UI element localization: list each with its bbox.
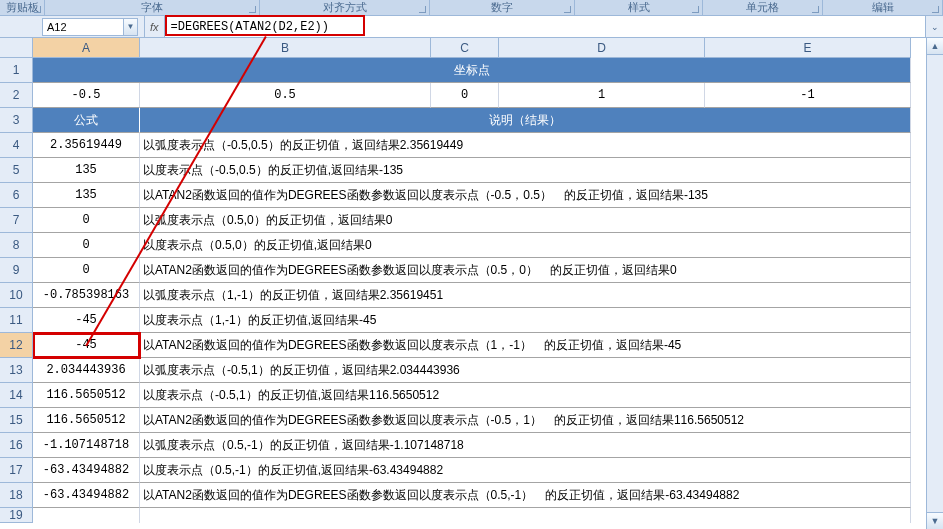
formula-bar-row: A12 ▼ fx ⌄ xyxy=(0,16,943,38)
scroll-down-button[interactable]: ▼ xyxy=(927,512,943,529)
cell-e2[interactable]: -1 xyxy=(705,83,911,108)
cell-a4[interactable]: 2.35619449 xyxy=(33,133,140,158)
cell-b15[interactable]: 以ATAN2函数返回的值作为DEGREES函数参数返回以度表示点（-0.5，1）… xyxy=(140,408,911,433)
cell-a19[interactable] xyxy=(33,508,140,523)
row-header-13[interactable]: 13 xyxy=(0,358,33,383)
cell-b11[interactable]: 以度表示点（1,-1）的反正切值,返回结果-45 xyxy=(140,308,911,333)
name-box[interactable]: A12 xyxy=(42,18,124,36)
cell-b8[interactable]: 以度表示点（0.5,0）的反正切值,返回结果0 xyxy=(140,233,911,258)
cell-b3-merged[interactable]: 说明（结果） xyxy=(140,108,911,133)
ribbon-group-alignment[interactable]: 对齐方式 xyxy=(260,0,430,15)
ribbon-group-clipboard[interactable]: 剪贴板 xyxy=(0,0,45,15)
row-header-15[interactable]: 15 xyxy=(0,408,33,433)
row-header-8[interactable]: 8 xyxy=(0,233,33,258)
cell-b16[interactable]: 以弧度表示点（0.5,-1）的反正切值，返回结果-1.107148718 xyxy=(140,433,911,458)
cell-b5[interactable]: 以度表示点（-0.5,0.5）的反正切值,返回结果-135 xyxy=(140,158,911,183)
cell-b2[interactable]: 0.5 xyxy=(140,83,431,108)
cell-b7[interactable]: 以弧度表示点（0.5,0）的反正切值，返回结果0 xyxy=(140,208,911,233)
cell-a10[interactable]: -0.785398163 xyxy=(33,283,140,308)
col-header-d[interactable]: D xyxy=(499,38,705,58)
cell-a12[interactable]: -45 xyxy=(33,333,140,358)
column-headers: A B C D E xyxy=(33,38,926,58)
cell-b10[interactable]: 以弧度表示点（1,-1）的反正切值，返回结果2.35619451 xyxy=(140,283,911,308)
row-header-6[interactable]: 6 xyxy=(0,183,33,208)
col-header-a[interactable]: A xyxy=(33,38,140,58)
cell-a11[interactable]: -45 xyxy=(33,308,140,333)
cell-b19[interactable] xyxy=(140,508,911,523)
row-header-3[interactable]: 3 xyxy=(0,108,33,133)
row-header-19[interactable]: 19 xyxy=(0,508,33,523)
cell-a17[interactable]: -63.43494882 xyxy=(33,458,140,483)
cell-b14[interactable]: 以度表示点（-0.5,1）的反正切值,返回结果116.5650512 xyxy=(140,383,911,408)
worksheet-area: 1 2 3 4 5 6 7 8 9 10 11 12 13 14 15 16 1… xyxy=(0,38,943,529)
cell-b9[interactable]: 以ATAN2函数返回的值作为DEGREES函数参数返回以度表示点（0.5，0） … xyxy=(140,258,911,283)
ribbon-group-editing[interactable]: 编辑 xyxy=(823,0,943,15)
name-box-area: A12 ▼ xyxy=(0,16,145,37)
ribbon-group-number[interactable]: 数字 xyxy=(430,0,575,15)
col-header-b[interactable]: B xyxy=(140,38,431,58)
row-header-16[interactable]: 16 xyxy=(0,433,33,458)
formula-bar-expand[interactable]: ⌄ xyxy=(925,16,943,37)
row-header-1[interactable]: 1 xyxy=(0,58,33,83)
row-header-14[interactable]: 14 xyxy=(0,383,33,408)
cell-b17[interactable]: 以度表示点（0.5,-1）的反正切值,返回结果-63.43494882 xyxy=(140,458,911,483)
vertical-scrollbar[interactable]: ▲ ▼ xyxy=(926,38,943,529)
cell-a18[interactable]: -63.43494882 xyxy=(33,483,140,508)
cell-b18[interactable]: 以ATAN2函数返回的值作为DEGREES函数参数返回以度表示点（0.5,-1）… xyxy=(140,483,911,508)
scroll-track[interactable] xyxy=(927,55,943,512)
cell-b4[interactable]: 以弧度表示点（-0.5,0.5）的反正切值，返回结果2.35619449 xyxy=(140,133,911,158)
ribbon-group-labels: 剪贴板 字体 对齐方式 数字 样式 单元格 编辑 xyxy=(0,0,943,16)
formula-input[interactable] xyxy=(165,16,925,37)
cell-a15[interactable]: 116.5650512 xyxy=(33,408,140,433)
fx-icon[interactable]: fx xyxy=(150,21,159,33)
cell-a1-merged[interactable]: 坐标点 xyxy=(33,58,911,83)
name-box-dropdown[interactable]: ▼ xyxy=(124,18,138,36)
row-header-5[interactable]: 5 xyxy=(0,158,33,183)
row-header-11[interactable]: 11 xyxy=(0,308,33,333)
row-header-column: 1 2 3 4 5 6 7 8 9 10 11 12 13 14 15 16 1… xyxy=(0,38,33,529)
col-header-e[interactable]: E xyxy=(705,38,911,58)
cell-grid[interactable]: 坐标点 -0.5 0.5 0 1 -1 公式 说明（结果） 2.35619449… xyxy=(33,58,926,523)
col-header-c[interactable]: C xyxy=(431,38,499,58)
ribbon-group-styles[interactable]: 样式 xyxy=(575,0,703,15)
select-all-corner[interactable] xyxy=(0,38,33,58)
cell-a13[interactable]: 2.034443936 xyxy=(33,358,140,383)
scroll-up-button[interactable]: ▲ xyxy=(927,38,943,55)
row-header-4[interactable]: 4 xyxy=(0,133,33,158)
cell-a2[interactable]: -0.5 xyxy=(33,83,140,108)
row-header-2[interactable]: 2 xyxy=(0,83,33,108)
formula-input-wrap xyxy=(165,16,925,37)
cell-a16[interactable]: -1.107148718 xyxy=(33,433,140,458)
row-header-18[interactable]: 18 xyxy=(0,483,33,508)
cell-a7[interactable]: 0 xyxy=(33,208,140,233)
cell-a8[interactable]: 0 xyxy=(33,233,140,258)
cell-a6[interactable]: 135 xyxy=(33,183,140,208)
row-header-12[interactable]: 12 xyxy=(0,333,33,358)
row-header-9[interactable]: 9 xyxy=(0,258,33,283)
cell-d2[interactable]: 1 xyxy=(499,83,705,108)
ribbon-group-font[interactable]: 字体 xyxy=(45,0,260,15)
row-header-7[interactable]: 7 xyxy=(0,208,33,233)
cell-b13[interactable]: 以弧度表示点（-0.5,1）的反正切值，返回结果2.034443936 xyxy=(140,358,911,383)
cell-b6[interactable]: 以ATAN2函数返回的值作为DEGREES函数参数返回以度表示点（-0.5，0.… xyxy=(140,183,911,208)
ribbon-group-cells[interactable]: 单元格 xyxy=(703,0,823,15)
row-header-17[interactable]: 17 xyxy=(0,458,33,483)
cell-c2[interactable]: 0 xyxy=(431,83,499,108)
cell-a5[interactable]: 135 xyxy=(33,158,140,183)
formula-bar-buttons: fx xyxy=(145,16,165,37)
cell-a14[interactable]: 116.5650512 xyxy=(33,383,140,408)
cell-b12[interactable]: 以ATAN2函数返回的值作为DEGREES函数参数返回以度表示点（1，-1） 的… xyxy=(140,333,911,358)
cell-a3[interactable]: 公式 xyxy=(33,108,140,133)
row-header-10[interactable]: 10 xyxy=(0,283,33,308)
cell-a9[interactable]: 0 xyxy=(33,258,140,283)
